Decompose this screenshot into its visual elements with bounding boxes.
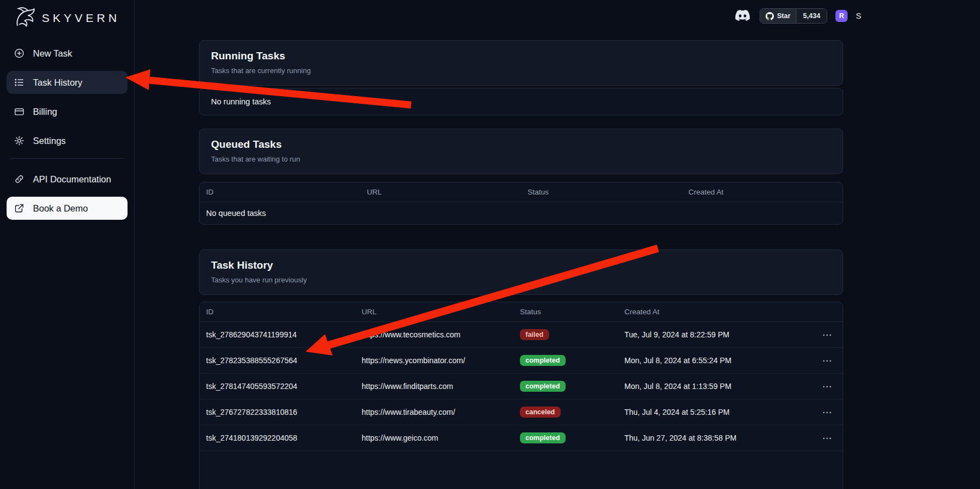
- queued-tasks-empty: No queued tasks: [200, 202, 843, 224]
- github-icon: [766, 12, 774, 20]
- sidebar-item-label: Settings: [33, 136, 66, 146]
- column-header-url: URL: [361, 182, 522, 202]
- plus-circle-icon: [14, 48, 25, 59]
- sidebar-item-api-documentation[interactable]: API Documentation: [7, 168, 128, 191]
- row-menu-button[interactable]: ⋯: [812, 381, 843, 392]
- section-title: Running Tasks: [211, 50, 831, 62]
- column-header-actions: [812, 302, 843, 321]
- github-star-count: 5,434: [796, 9, 827, 23]
- row-menu-button[interactable]: ⋯: [812, 355, 843, 366]
- task-history-section: Task History Tasks you have run previous…: [199, 249, 843, 489]
- running-tasks-empty: No running tasks: [199, 88, 843, 115]
- status-badge: completed: [520, 381, 566, 392]
- status-badge: failed: [520, 329, 549, 340]
- cell-created: Thu, Jul 4, 2024 at 5:25:16 PM: [618, 408, 812, 416]
- table-row[interactable]: tsk_278629043741199914 https://www.tecos…: [200, 322, 843, 348]
- cell-url: https://www.tecosmetics.com: [355, 330, 513, 339]
- status-badge: canceled: [520, 407, 561, 418]
- table-row[interactable]: tsk_278235388555267564 https://news.ycom…: [200, 348, 843, 374]
- cell-created: Thu, Jun 27, 2024 at 8:38:58 PM: [618, 434, 812, 442]
- table-row[interactable]: tsk_278147405593572204 https://www.findi…: [200, 374, 843, 399]
- queued-tasks-header: Queued Tasks Tasks that are waiting to r…: [199, 129, 843, 174]
- discord-icon[interactable]: [735, 9, 751, 23]
- cell-url: https://www.tirabeauty.com/: [355, 408, 513, 416]
- topbar: Star 5,434 R S: [735, 8, 861, 24]
- brand-name: SKYVERN: [42, 12, 120, 25]
- column-header-id: ID: [200, 302, 355, 321]
- github-star-widget[interactable]: Star 5,434: [760, 8, 828, 24]
- github-star-label: Star: [777, 12, 790, 20]
- cell-id: tsk_274180139292204058: [200, 434, 355, 442]
- sidebar-item-label: New Task: [33, 48, 72, 59]
- cell-id: tsk_278629043741199914: [200, 330, 355, 339]
- sidebar-item-settings[interactable]: Settings: [7, 129, 128, 152]
- user-label-truncated: S: [856, 12, 861, 20]
- cell-url: https://www.finditparts.com: [355, 382, 513, 391]
- running-tasks-section: Running Tasks Tasks that are currently r…: [199, 40, 843, 115]
- cell-id: tsk_278235388555267564: [200, 356, 355, 365]
- column-header-url: URL: [355, 302, 513, 321]
- running-tasks-header: Running Tasks Tasks that are currently r…: [199, 40, 843, 86]
- main-content: Running Tasks Tasks that are currently r…: [199, 40, 843, 489]
- sidebar-item-label: Billing: [33, 107, 57, 117]
- cell-id: tsk_276727822333810816: [200, 408, 355, 416]
- status-badge: completed: [520, 355, 566, 366]
- sidebar-item-new-task[interactable]: New Task: [7, 42, 128, 65]
- table-row[interactable]: tsk_274180139292204058 https://www.geico…: [200, 425, 843, 451]
- sidebar-item-book-a-demo[interactable]: Book a Demo: [7, 197, 128, 220]
- row-menu-button[interactable]: ⋯: [812, 432, 843, 444]
- sidebar-item-label: API Documentation: [33, 174, 111, 185]
- section-title: Task History: [211, 259, 831, 271]
- link-icon: [14, 174, 25, 185]
- cell-id: tsk_278147405593572204: [200, 382, 355, 391]
- status-badge: completed: [520, 432, 566, 443]
- skyvern-dragon-icon: [12, 4, 37, 32]
- column-header-status: Status: [513, 302, 618, 321]
- sidebar-item-label: Task History: [33, 77, 82, 88]
- table-header-row: ID URL Status Created At: [200, 182, 843, 202]
- credit-card-icon: [14, 106, 25, 117]
- cell-created: Tue, Jul 9, 2024 at 8:22:59 PM: [618, 330, 812, 339]
- table-row[interactable]: tsk_276727822333810816 https://www.tirab…: [200, 399, 843, 425]
- row-menu-button[interactable]: ⋯: [812, 407, 843, 418]
- section-subtitle: Tasks that are currently running: [211, 66, 831, 75]
- external-link-icon: [14, 203, 25, 214]
- sidebar-divider: [10, 158, 124, 159]
- column-header-created-at: Created At: [682, 182, 843, 202]
- history-rows: tsk_278629043741199914 https://www.tecos…: [200, 322, 843, 451]
- task-history-table: ID URL Status Created At tsk_27862904374…: [199, 302, 843, 489]
- section-title: Queued Tasks: [211, 138, 831, 151]
- sidebar-item-billing[interactable]: Billing: [7, 100, 128, 123]
- task-history-header: Task History Tasks you have run previous…: [199, 249, 843, 295]
- brand-logo: SKYVERN: [0, 0, 134, 34]
- sidebar-item-task-history[interactable]: Task History: [7, 71, 128, 94]
- column-header-status: Status: [521, 182, 682, 202]
- row-menu-button[interactable]: ⋯: [812, 329, 843, 341]
- section-subtitle: Tasks that are waiting to run: [211, 155, 831, 163]
- cell-created: Mon, Jul 8, 2024 at 6:55:24 PM: [618, 356, 812, 365]
- queued-tasks-table: ID URL Status Created At No queued tasks: [199, 182, 843, 225]
- table-header-row: ID URL Status Created At: [200, 302, 843, 322]
- avatar[interactable]: R: [835, 10, 848, 22]
- column-header-created-at: Created At: [618, 302, 812, 321]
- cell-url: https://news.ycombinator.com/: [355, 356, 513, 365]
- cell-url: https://www.geico.com: [355, 434, 513, 442]
- list-icon: [14, 77, 25, 88]
- sidebar: SKYVERN New Task Task History Billing Se…: [0, 0, 135, 489]
- cell-created: Mon, Jul 8, 2024 at 1:13:59 PM: [618, 382, 812, 391]
- column-header-id: ID: [200, 182, 361, 202]
- section-subtitle: Tasks you have run previously: [211, 276, 831, 284]
- queued-tasks-section: Queued Tasks Tasks that are waiting to r…: [199, 129, 843, 225]
- sidebar-item-label: Book a Demo: [33, 203, 88, 214]
- gear-icon: [14, 135, 25, 146]
- sidebar-nav: New Task Task History Billing Settings A…: [0, 34, 134, 220]
